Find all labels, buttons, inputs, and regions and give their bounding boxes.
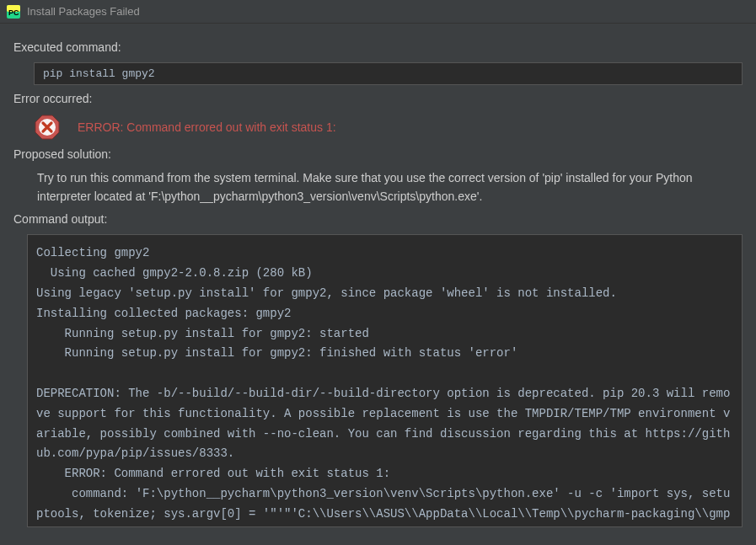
svg-text:PC: PC [8, 8, 19, 17]
solution-text: Try to run this command from the system … [37, 169, 743, 206]
executed-command-box: pip install gmpy2 [34, 62, 743, 85]
dialog-content: Executed command: pip install gmpy2 Erro… [0, 24, 756, 527]
command-output-text: Collecting gmpy2 Using cached gmpy2-2.0.… [28, 235, 742, 527]
error-row: ERROR: Command errored out with exit sta… [34, 114, 743, 141]
window-title: Install Packages Failed [27, 5, 140, 18]
proposed-solution-label: Proposed solution: [13, 147, 743, 161]
executed-command-label: Executed command: [13, 40, 743, 54]
pycharm-icon: PC [7, 5, 20, 19]
command-output-box[interactable]: Collecting gmpy2 Using cached gmpy2-2.0.… [27, 234, 743, 527]
error-message: ERROR: Command errored out with exit sta… [78, 120, 336, 134]
command-output-label: Command output: [13, 212, 743, 226]
titlebar: PC Install Packages Failed [0, 0, 756, 24]
error-octagon-icon [34, 114, 61, 141]
error-occurred-label: Error occurred: [13, 92, 743, 105]
